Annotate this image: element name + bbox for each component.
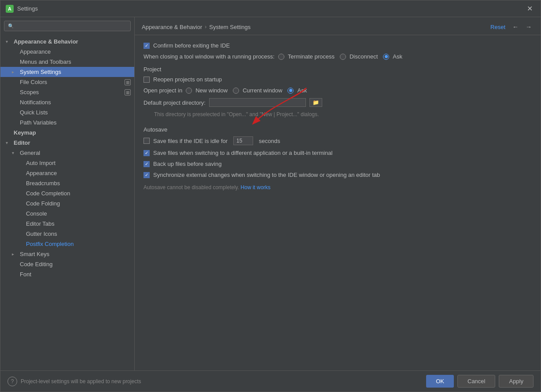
reopen-projects-row: Reopen projects on startup — [144, 76, 532, 83]
radio-ask-btn[interactable] — [383, 54, 389, 60]
sidebar-item-system-settings[interactable]: ▸ System Settings — [0, 67, 134, 77]
sidebar-item-code-editing[interactable]: Code Editing — [0, 259, 134, 269]
panel-actions: Reset ← → — [489, 22, 534, 31]
sidebar-item-menus-toolbars[interactable]: Menus and Toolbars — [0, 57, 134, 67]
autosave-switch-checkbox[interactable] — [144, 150, 150, 156]
sidebar-item-breadcrumbs[interactable]: Breadcrumbs — [0, 178, 134, 188]
sidebar-item-label: Breadcrumbs — [26, 180, 60, 187]
help-button[interactable]: ? — [7, 377, 17, 386]
expand-arrow: ▾ — [12, 150, 18, 155]
expand-arrow: ▸ — [12, 252, 18, 256]
sidebar-item-label: Appearance & Behavior — [14, 38, 78, 45]
sidebar-tree: ▾ Appearance & Behavior Appearance Menus… — [0, 35, 134, 370]
close-button[interactable]: ✕ — [524, 4, 535, 14]
title-bar: A Settings ✕ — [0, 0, 541, 17]
sidebar-item-gutter-icons[interactable]: Gutter Icons — [0, 229, 134, 239]
radio-terminate-btn[interactable] — [278, 54, 284, 60]
expand-arrow: ▾ — [6, 39, 12, 44]
radio-new-window-label: New window — [195, 87, 228, 94]
dir-hint: This directory is preselected in "Open..… — [154, 111, 532, 117]
breadcrumb: Appearance & Behavior › System Settings — [142, 24, 250, 30]
sidebar-item-general[interactable]: ▾ General — [0, 148, 134, 158]
sidebar-item-label: General — [20, 150, 40, 156]
cancel-button[interactable]: Cancel — [457, 375, 495, 388]
sidebar-item-label: Postfix Completion — [26, 241, 74, 247]
reopen-projects-checkbox[interactable] — [144, 77, 150, 83]
sidebar-item-label: Menus and Toolbars — [20, 59, 71, 65]
radio-terminate[interactable]: Terminate process — [278, 53, 335, 60]
browse-folder-button[interactable]: 📁 — [309, 98, 322, 107]
default-dir-row: Default project directory: 📁 — [144, 98, 532, 107]
search-box[interactable]: 🔍 — [4, 21, 131, 31]
sidebar-item-code-folding[interactable]: Code Folding — [0, 198, 134, 209]
sidebar-item-label: System Settings — [20, 69, 61, 75]
bottom-info-text: Project-level settings will be applied t… — [21, 378, 141, 385]
sidebar-item-postfix-completion[interactable]: Postfix Completion — [0, 239, 134, 249]
sidebar-item-appearance2[interactable]: Appearance — [0, 168, 134, 178]
autosave-idle-checkbox[interactable] — [144, 138, 150, 144]
sidebar-item-label: Code Folding — [26, 200, 60, 207]
sidebar-item-label: Appearance — [26, 170, 57, 176]
badge-icon: ▦ — [125, 89, 131, 95]
apply-button[interactable]: Apply — [499, 375, 534, 388]
autosave-note-row: Autosave cannot be disabled completely. … — [144, 184, 532, 191]
autosave-idle-unit: seconds — [259, 138, 280, 144]
autosave-idle-input[interactable]: 15 — [233, 136, 253, 145]
radio-ask-proj-btn[interactable] — [287, 88, 294, 94]
radio-new-window[interactable]: New window — [186, 87, 228, 94]
sidebar-item-appearance[interactable]: Appearance — [0, 47, 134, 57]
forward-button[interactable]: → — [524, 22, 534, 31]
sidebar-item-code-completion[interactable]: Code Completion — [0, 188, 134, 198]
sidebar: 🔍 ▾ Appearance & Behavior Appearance Men… — [0, 17, 135, 370]
autosave-sync-row: Synchronize external changes when switch… — [144, 172, 532, 178]
sidebar-item-appearance-behavior[interactable]: ▾ Appearance & Behavior — [0, 37, 134, 47]
main-content: 🔍 ▾ Appearance & Behavior Appearance Men… — [0, 17, 541, 370]
back-button[interactable]: ← — [511, 22, 520, 31]
sidebar-item-editor[interactable]: ▾ Editor — [0, 138, 134, 148]
sidebar-item-path-variables[interactable]: Path Variables — [0, 117, 134, 128]
sidebar-item-label: Scopes — [20, 89, 39, 95]
autosave-sync-checkbox[interactable] — [144, 172, 150, 178]
sidebar-item-smart-keys[interactable]: ▸ Smart Keys — [0, 249, 134, 259]
autosave-switch-label: Save files when switching to a different… — [153, 150, 332, 156]
ok-button[interactable]: OK — [426, 375, 454, 388]
sidebar-item-scopes[interactable]: Scopes ▦ — [0, 87, 134, 97]
tool-window-row: When closing a tool window with a runnin… — [144, 53, 532, 60]
radio-ask-proj[interactable]: Ask — [287, 87, 307, 94]
radio-current-window-btn[interactable] — [233, 88, 239, 94]
section-autosave: Autosave — [144, 126, 532, 133]
radio-current-window-label: Current window — [243, 87, 282, 94]
radio-disconnect-btn[interactable] — [340, 54, 346, 60]
reset-button[interactable]: Reset — [489, 23, 507, 31]
radio-ask[interactable]: Ask — [383, 53, 402, 60]
sidebar-item-label: Gutter Icons — [26, 231, 57, 237]
sidebar-item-auto-import[interactable]: Auto Import — [0, 158, 134, 168]
bottom-bar: ? Project-level settings will be applied… — [0, 370, 541, 392]
autosave-how-it-works-link[interactable]: How it works — [241, 184, 271, 191]
window-title: Settings — [17, 5, 38, 12]
sidebar-item-editor-tabs[interactable]: Editor Tabs — [0, 219, 134, 229]
panel-body: Confirm before exiting the IDE When clos… — [135, 35, 541, 370]
tool-window-radio-group: Terminate process Disconnect Ask — [278, 53, 402, 60]
radio-ask-proj-label: Ask — [297, 87, 307, 94]
sidebar-item-keymap[interactable]: Keymap — [0, 128, 134, 138]
autosave-backup-checkbox[interactable] — [144, 161, 150, 167]
default-dir-input[interactable] — [209, 98, 306, 107]
radio-disconnect[interactable]: Disconnect — [340, 53, 378, 60]
radio-current-window[interactable]: Current window — [233, 87, 282, 94]
sidebar-item-notifications[interactable]: Notifications — [0, 97, 134, 107]
sidebar-item-label: Keymap — [14, 129, 36, 136]
autosave-sync-label: Synchronize external changes when switch… — [153, 172, 380, 178]
sidebar-item-console[interactable]: Console — [0, 209, 134, 219]
sidebar-item-quick-lists[interactable]: Quick Lists — [0, 107, 134, 117]
confirm-exit-checkbox[interactable] — [144, 43, 150, 49]
sidebar-item-label: Quick Lists — [20, 109, 48, 116]
breadcrumb-part2: System Settings — [209, 24, 250, 30]
radio-new-window-btn[interactable] — [186, 88, 192, 94]
breadcrumb-separator: › — [205, 24, 206, 30]
sidebar-item-file-colors[interactable]: File Colors ▦ — [0, 77, 134, 87]
sidebar-item-font[interactable]: Font — [0, 269, 134, 279]
autosave-backup-label: Back up files before saving — [153, 161, 221, 167]
search-input[interactable] — [16, 23, 127, 29]
sidebar-item-label: Editor — [14, 139, 30, 146]
